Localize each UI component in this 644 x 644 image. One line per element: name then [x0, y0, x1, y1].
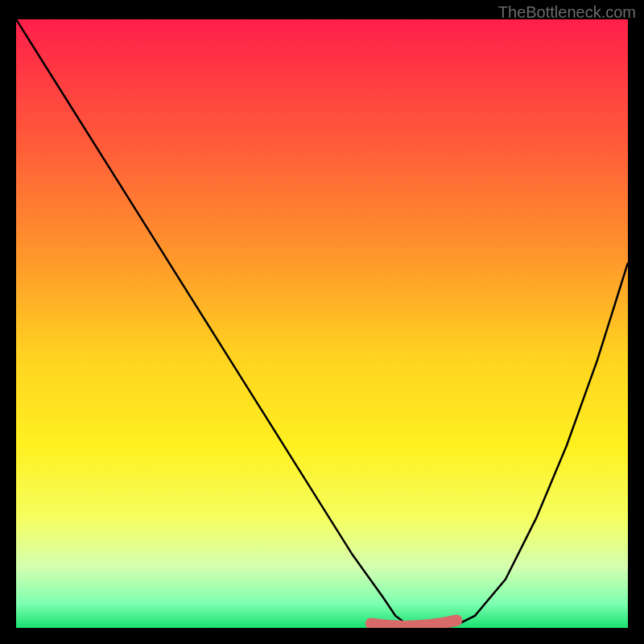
watermark-text: TheBottleneck.com [498, 3, 636, 22]
optimal-endpoint-dot [451, 615, 462, 626]
chart-background [16, 19, 628, 628]
optimal-range-highlight [371, 621, 456, 626]
bottleneck-chart [16, 19, 628, 628]
chart-svg [16, 19, 628, 628]
